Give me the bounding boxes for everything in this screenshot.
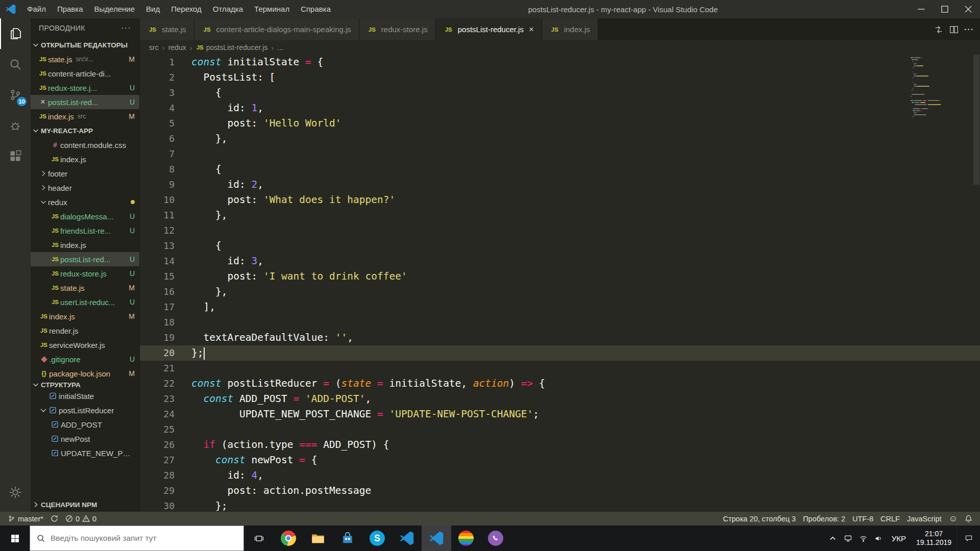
keyboard-layout[interactable]: УКР [887,534,911,543]
git-branch-indicator[interactable]: master* [4,512,47,525]
code-line[interactable]: 22const postListReducer = (state = initi… [140,376,980,391]
code-line[interactable]: 2 PostsList: [ [140,70,980,85]
folder-item[interactable]: redux [31,195,139,209]
taskbar-search-input[interactable] [51,534,237,543]
menu-item-Справка[interactable]: Справка [295,0,336,18]
network-status[interactable] [841,525,856,551]
file-item[interactable]: JSindex.jsM [31,309,139,323]
sidebar-more-actions-button[interactable]: ··· [121,23,131,33]
code-line[interactable]: 21 [140,361,980,376]
code-line[interactable]: 27 const newPost = { [140,453,980,468]
code-line[interactable]: 23 const ADD_POST = 'ADD-POST', [140,391,980,407]
code-line[interactable]: 10 post: 'What does it happen?' [140,192,980,208]
menu-item-Правка[interactable]: Правка [52,0,89,18]
manage-button[interactable] [0,477,31,508]
activity-search[interactable] [0,49,31,80]
indentation-indicator[interactable]: Пробелов: 2 [799,512,849,525]
code-line[interactable]: 26 if (action.type === ADD_POST) { [140,437,980,453]
code-line[interactable]: 6 }, [140,131,980,146]
code-line[interactable]: 11 }, [140,208,980,223]
code-line[interactable]: 29 post: action.postMessage [140,483,980,498]
more-actions-icon[interactable]: ··· [964,25,974,34]
taskbar-app-file-explorer[interactable] [303,525,333,551]
folder-item[interactable]: footer [31,166,139,181]
volume-status[interactable] [871,525,887,551]
outline-item[interactable]: initialState [31,389,139,403]
code-line[interactable]: 24 UPDATE_NEW_POST_CHANGE = 'UPDATE-NEW-… [140,407,980,422]
code-line[interactable]: 25 [140,422,980,437]
start-button[interactable] [0,525,30,551]
task-view-button[interactable] [244,525,274,551]
language-indicator[interactable]: JavaScript [903,512,945,525]
activity-extensions[interactable] [0,141,31,171]
menu-item-Вид[interactable]: Вид [140,0,165,18]
encoding-indicator[interactable]: UTF-8 [849,512,877,525]
eol-indicator[interactable]: CRLF [877,512,903,525]
file-item[interactable]: .gitignoreU [31,352,139,366]
code-line[interactable]: 28 id: 4, [140,468,980,483]
breadcrumb-item[interactable]: src [149,43,159,52]
file-item[interactable]: JSserviceWorker.js [31,338,139,352]
file-item[interactable]: JSindex.js [31,152,139,166]
minimap[interactable] [911,57,972,118]
chevron-down-icon[interactable] [39,406,48,415]
taskbar-app-viber[interactable] [481,525,510,551]
file-item[interactable]: JSstate.jsM [31,281,139,295]
close-icon[interactable]: × [529,24,534,35]
outline-item[interactable]: ADD_POST [31,417,139,432]
open-editor-item[interactable]: JSstate.jssrc\r...M [31,52,139,66]
close-icon[interactable]: × [38,97,48,107]
taskbar-search[interactable] [30,525,244,551]
code-line[interactable]: 16 }, [140,284,980,299]
file-item[interactable]: {}package-lock.jsonM [31,366,139,381]
taskbar-app-vscode-2[interactable] [422,525,451,551]
scrollbar-handle[interactable] [973,55,979,185]
split-editor-icon[interactable] [949,24,959,35]
editor-scrollbar[interactable] [973,55,980,512]
tab-content-article-dialogs-main-speaking.js[interactable]: JScontent-article-dialogs-main-speaking.… [194,18,359,40]
code-line[interactable]: 17 ], [140,299,980,315]
breadcrumb-item[interactable]: redux [168,43,186,52]
activity-explorer[interactable] [0,18,31,49]
minimize-button[interactable] [910,0,933,18]
menu-item-Выделение[interactable]: Выделение [89,0,140,18]
code-line[interactable]: 13 { [140,238,980,254]
code-line[interactable]: 20}; [140,345,980,361]
maximize-button[interactable] [933,0,957,18]
file-item[interactable]: JSindex.js [31,238,139,252]
taskbar-app-vscode-1[interactable] [392,525,422,551]
open-editor-item[interactable]: ×postsList-red...U [31,95,139,109]
menu-item-Терминал[interactable]: Терминал [249,0,295,18]
code-editor[interactable]: 1const initialState = {2 PostsList: [3 {… [140,55,980,512]
wifi-status[interactable] [856,525,871,551]
outline-header[interactable]: СТРУКТУРА [31,381,139,389]
open-editors-header[interactable]: ОТКРЫТЫЕ РЕДАКТОРЫ [31,38,139,52]
menu-item-Отладка[interactable]: Отладка [207,0,249,18]
breadcrumb-item[interactable]: JSpostsList-reducer.js [196,43,268,52]
file-item[interactable]: JSuserList-reduc...U [31,295,139,309]
open-editor-item[interactable]: JSindex.jssrcM [31,109,139,123]
code-line[interactable]: 1const initialState = { [140,55,980,70]
code-line[interactable]: 9 id: 2, [140,177,980,192]
code-line[interactable]: 18 [140,315,980,330]
code-line[interactable]: 30 }; [140,498,980,512]
menu-item-Переход[interactable]: Переход [165,0,207,18]
code-line[interactable]: 5 post: 'Hello World' [140,116,980,131]
breadcrumb-item[interactable]: ... [277,43,283,52]
file-item[interactable]: JSpostsList-red...U [31,252,139,266]
taskbar-app-skype[interactable]: S [362,525,392,551]
taskbar-app-store[interactable] [333,525,362,551]
problems-indicator[interactable]: 0 0 [62,512,100,525]
code-line[interactable]: 3 { [140,85,980,101]
cursor-position[interactable]: Строка 20, столбец 3 [719,512,799,525]
open-editor-item[interactable]: JScontent-article-di... [31,66,139,81]
sync-button[interactable] [47,512,62,525]
open-changes-icon[interactable] [934,24,944,35]
clock[interactable]: 21:07 19.11.2019 [911,530,957,547]
file-item[interactable]: JSdialogsMessa...U [31,209,139,223]
tab-index.js[interactable]: JSindex.js [542,18,598,40]
notifications-button[interactable] [961,512,976,525]
folder-item[interactable]: header [31,181,139,195]
file-item[interactable]: JSrender.js [31,323,139,338]
npm-scripts-header[interactable]: СЦЕНАРИИ NPM [31,497,139,512]
